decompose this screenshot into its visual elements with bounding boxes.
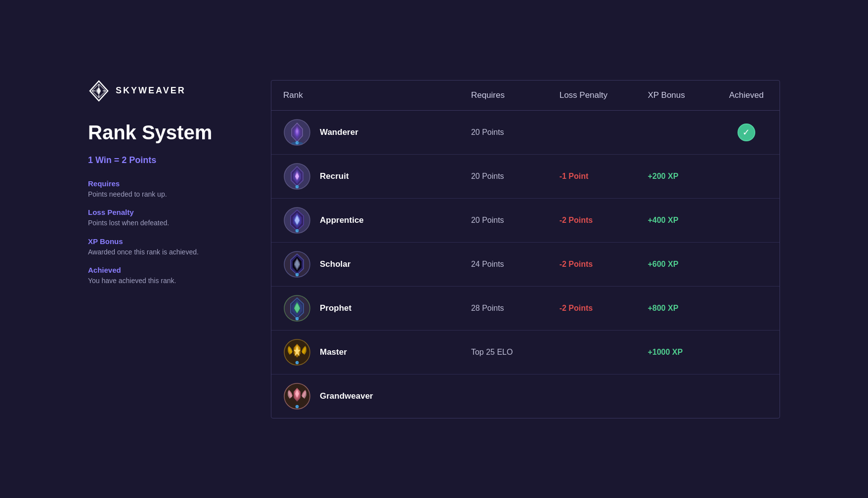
achieved-check-cell	[713, 198, 780, 242]
table-row: C Recruit 20 Points -1 Point +200 XP	[271, 154, 780, 198]
page-container: SKYWEAVER Rank System 1 Win = 2 Points R…	[88, 80, 780, 418]
rank-name: Scholar	[320, 259, 350, 269]
achieved-check-cell: ✓	[713, 110, 780, 154]
col-xp-bonus: XP Bonus	[636, 81, 713, 111]
rank-name: Apprentice	[320, 215, 364, 225]
legend-desc-requires: Points needed to rank up.	[88, 190, 246, 200]
rank-cell-grandweaver: C Grandweaver	[271, 374, 459, 418]
legend-desc-loss_penalty: Points lost when defeated.	[88, 218, 246, 228]
xp-bonus-cell: +200 XP	[636, 154, 713, 198]
achieved-check-icon: ✓	[738, 124, 755, 141]
achieved-check-cell	[713, 374, 780, 418]
table-row: C Prophet 28 Points -2 Points +800 XP	[271, 286, 780, 330]
rank-badge-grandweaver: C	[283, 382, 311, 410]
legend-container: Requires Points needed to rank up. Loss …	[88, 179, 246, 286]
rank-name: Grandweaver	[320, 391, 373, 401]
requires-cell	[459, 374, 548, 418]
requires-cell: 24 Points	[459, 242, 548, 286]
requires-cell: Top 25 ELO	[459, 330, 548, 374]
sidebar-title: Rank System	[88, 122, 246, 143]
loss-penalty-cell: -2 Points	[548, 286, 636, 330]
col-requires: Requires	[459, 81, 548, 111]
rank-table-container: Rank Requires Loss Penalty XP Bonus Achi…	[271, 80, 780, 418]
svg-text:C: C	[296, 141, 298, 144]
rank-cell-scholar: C Scholar	[271, 242, 459, 286]
svg-text:C: C	[296, 185, 298, 188]
rank-name: Recruit	[320, 171, 349, 181]
requires-cell: 20 Points	[459, 154, 548, 198]
svg-text:C: C	[296, 361, 298, 364]
rank-cell-master: C Master	[271, 330, 459, 374]
skyweaver-logo-icon	[88, 80, 110, 102]
xp-bonus-cell: +400 XP	[636, 198, 713, 242]
loss-penalty-cell: -2 Points	[548, 198, 636, 242]
table-row: C Master Top 25 ELO +1000 XP	[271, 330, 780, 374]
rank-badge-prophet: C	[283, 294, 311, 322]
col-rank: Rank	[271, 81, 459, 111]
win-points: 1 Win = 2 Points	[88, 155, 246, 166]
legend-title-requires: Requires	[88, 179, 246, 188]
svg-text:C: C	[296, 229, 298, 232]
legend-desc-achieved: You have achieved this rank.	[88, 276, 246, 286]
xp-bonus-cell	[636, 374, 713, 418]
loss-penalty-cell	[548, 110, 636, 154]
achieved-cell: ✓	[725, 124, 768, 141]
xp-bonus-value: +400 XP	[648, 216, 678, 224]
logo-area: SKYWEAVER	[88, 80, 246, 102]
rank-cell-apprentice: C Apprentice	[271, 198, 459, 242]
table-row: C Grandweaver	[271, 374, 780, 418]
rank-cell-prophet: C Prophet	[271, 286, 459, 330]
svg-text:C: C	[296, 317, 298, 320]
achieved-check-cell	[713, 242, 780, 286]
rank-badge-scholar: C	[283, 250, 311, 278]
legend-desc-xp_bonus: Awarded once this rank is achieved.	[88, 248, 246, 257]
xp-bonus-value: +1000 XP	[648, 348, 683, 356]
requires-cell: 28 Points	[459, 286, 548, 330]
loss-penalty-value: -2 Points	[560, 216, 593, 224]
legend-item-requires: Requires Points needed to rank up.	[88, 179, 246, 200]
loss-penalty-value: -2 Points	[560, 260, 593, 268]
legend-title-achieved: Achieved	[88, 266, 246, 274]
svg-text:C: C	[296, 405, 298, 408]
rank-table: Rank Requires Loss Penalty XP Bonus Achi…	[271, 81, 780, 418]
rank-badge-wanderer: C	[283, 119, 311, 146]
xp-bonus-value: +600 XP	[648, 260, 678, 268]
requires-cell: 20 Points	[459, 198, 548, 242]
legend-title-loss_penalty: Loss Penalty	[88, 208, 246, 216]
xp-bonus-cell: +600 XP	[636, 242, 713, 286]
legend-item-loss_penalty: Loss Penalty Points lost when defeated.	[88, 208, 246, 228]
loss-penalty-value: -1 Point	[560, 172, 589, 180]
achieved-check-cell	[713, 286, 780, 330]
loss-penalty-cell: -2 Points	[548, 242, 636, 286]
legend-item-xp_bonus: XP Bonus Awarded once this rank is achie…	[88, 237, 246, 257]
requires-cell: 20 Points	[459, 110, 548, 154]
table-row: C Apprentice 20 Points -2 Points +400 XP	[271, 198, 780, 242]
table-row: C Wanderer 20 Points ✓	[271, 110, 780, 154]
xp-bonus-cell: +1000 XP	[636, 330, 713, 374]
loss-penalty-cell	[548, 374, 636, 418]
xp-bonus-cell: +800 XP	[636, 286, 713, 330]
table-row: C Scholar 24 Points -2 Points +600 XP	[271, 242, 780, 286]
col-achieved: Achieved	[713, 81, 780, 111]
rank-cell-recruit: C Recruit	[271, 154, 459, 198]
achieved-check-cell	[713, 330, 780, 374]
loss-penalty-cell	[548, 330, 636, 374]
rank-name: Wanderer	[320, 127, 358, 137]
table-header-row: Rank Requires Loss Penalty XP Bonus Achi…	[271, 81, 780, 111]
svg-text:C: C	[296, 273, 298, 276]
loss-penalty-value: -2 Points	[560, 304, 593, 312]
col-loss-penalty: Loss Penalty	[548, 81, 636, 111]
rank-cell-wanderer: C Wanderer	[271, 110, 459, 154]
xp-bonus-value: +800 XP	[648, 304, 678, 312]
rank-table-body: C Wanderer 20 Points ✓	[271, 110, 780, 418]
rank-badge-apprentice: C	[283, 207, 311, 234]
rank-badge-master: C	[283, 338, 311, 366]
rank-name: Master	[320, 347, 347, 357]
rank-name: Prophet	[320, 303, 351, 313]
logo-text: SKYWEAVER	[116, 85, 186, 96]
legend-item-achieved: Achieved You have achieved this rank.	[88, 266, 246, 286]
xp-bonus-value: +200 XP	[648, 172, 678, 180]
achieved-check-cell	[713, 154, 780, 198]
rank-badge-recruit: C	[283, 163, 311, 190]
xp-bonus-cell	[636, 110, 713, 154]
